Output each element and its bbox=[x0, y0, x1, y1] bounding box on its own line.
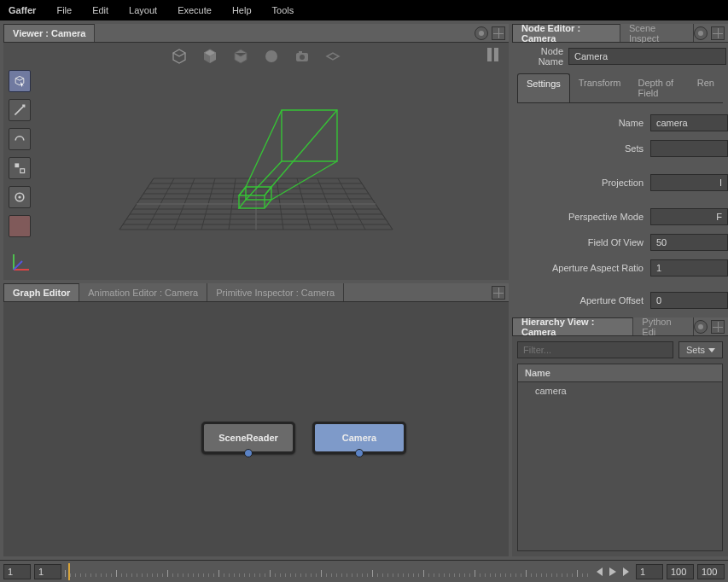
pause-icon[interactable] bbox=[487, 48, 498, 61]
solid-icon[interactable] bbox=[232, 48, 249, 65]
projection-field[interactable] bbox=[650, 174, 728, 191]
hierarchy-filter-input[interactable] bbox=[517, 341, 673, 358]
menu-layout[interactable]: Layout bbox=[129, 5, 157, 15]
graph-editor-tab[interactable]: Graph Editor bbox=[3, 283, 79, 301]
name-field-label: Name bbox=[512, 118, 649, 128]
node-camera[interactable]: Camera bbox=[312, 422, 406, 454]
viewport-3d[interactable] bbox=[3, 43, 509, 280]
aperture-offset-field-label: Aperture Offset bbox=[512, 295, 649, 306]
timeline-playhead[interactable] bbox=[68, 563, 70, 580]
node-output-port[interactable] bbox=[244, 449, 253, 457]
timeline-current-input[interactable] bbox=[636, 564, 663, 579]
perspective-mode-field[interactable] bbox=[650, 208, 728, 225]
timeline-end-input[interactable] bbox=[697, 564, 725, 579]
hierarchy-sets-label: Sets bbox=[686, 345, 705, 355]
node-editor-tab[interactable]: Node Editor : Camera bbox=[512, 24, 620, 42]
crop-tool[interactable] bbox=[9, 215, 31, 237]
svg-rect-4 bbox=[15, 163, 19, 167]
depth-of-field-tab[interactable]: Depth of Field bbox=[629, 73, 688, 102]
svg-rect-5 bbox=[20, 169, 25, 173]
timeline-end-range-input[interactable] bbox=[667, 564, 694, 579]
camera-tool[interactable] bbox=[9, 186, 31, 208]
select-tool[interactable] bbox=[9, 70, 31, 92]
hierarchy-header-name[interactable]: Name bbox=[518, 364, 722, 382]
scene-inspector-tab[interactable]: Scene Inspect bbox=[620, 24, 694, 42]
timeline bbox=[0, 560, 728, 582]
python-editor-tab[interactable]: Python Edi bbox=[633, 317, 694, 335]
shaded-icon[interactable] bbox=[201, 48, 218, 65]
svg-point-7 bbox=[18, 195, 20, 198]
translate-tool[interactable] bbox=[9, 99, 31, 121]
sets-field-label: Sets bbox=[512, 143, 649, 154]
node-name-input[interactable] bbox=[568, 48, 726, 65]
hierarchy-panel: Hierarchy View : Camera Python Edi Sets bbox=[512, 317, 728, 556]
play-icon[interactable] bbox=[607, 566, 619, 578]
hierarchy-row-camera[interactable]: camera bbox=[518, 382, 722, 399]
node-output-port[interactable] bbox=[355, 449, 364, 457]
menu-edit[interactable]: Edit bbox=[92, 5, 108, 15]
menu-help[interactable]: Help bbox=[232, 5, 252, 15]
node-scene-reader-label: SceneReader bbox=[218, 433, 278, 443]
wireframe-icon[interactable] bbox=[171, 48, 188, 65]
node-editor-pin-icon[interactable] bbox=[694, 26, 708, 40]
node-name-label: Node Name bbox=[514, 46, 563, 67]
graph-canvas[interactable]: SceneReader Camera bbox=[3, 302, 509, 556]
texture-icon[interactable] bbox=[263, 48, 280, 65]
settings-tab[interactable]: Settings bbox=[517, 73, 570, 102]
timeline-start-input[interactable] bbox=[3, 564, 31, 579]
svg-point-2 bbox=[300, 55, 305, 60]
graph-layout-icon[interactable] bbox=[492, 286, 505, 300]
node-editor-layout-icon[interactable] bbox=[711, 26, 725, 40]
perspective-mode-field-label: Perspective Mode bbox=[512, 212, 649, 222]
transform-tab[interactable]: Transform bbox=[570, 73, 630, 102]
fov-field[interactable] bbox=[650, 234, 728, 251]
menu-tools[interactable]: Tools bbox=[272, 5, 294, 15]
node-scene-reader[interactable]: SceneReader bbox=[201, 422, 295, 454]
aperture-ar-field-label: Aperture Aspect Ratio bbox=[512, 263, 649, 273]
sets-field[interactable] bbox=[650, 140, 728, 157]
hierarchy-pin-icon[interactable] bbox=[694, 320, 708, 334]
hierarchy-layout-icon[interactable] bbox=[711, 320, 725, 334]
svg-point-0 bbox=[265, 50, 277, 62]
aperture-ar-field[interactable] bbox=[650, 259, 728, 276]
aperture-offset-field[interactable] bbox=[650, 292, 728, 309]
skip-end-icon[interactable] bbox=[620, 566, 632, 578]
animation-editor-tab[interactable]: Animation Editor : Camera bbox=[79, 283, 207, 301]
scale-tool[interactable] bbox=[9, 157, 31, 179]
menu-execute[interactable]: Execute bbox=[178, 5, 212, 15]
menu-bar: Gaffer File Edit Layout Execute Help Too… bbox=[0, 0, 728, 20]
viewer-pin-icon[interactable] bbox=[475, 26, 488, 40]
node-editor-panel: Node Editor : Camera Scene Inspect Node … bbox=[512, 24, 728, 314]
hierarchy-tab[interactable]: Hierarchy View : Camera bbox=[512, 317, 633, 335]
menu-file[interactable]: File bbox=[56, 5, 72, 15]
graph-editor-panel: Graph Editor Animation Editor : Camera P… bbox=[3, 283, 509, 556]
viewer-display-toolbar bbox=[171, 48, 341, 65]
skip-start-icon[interactable] bbox=[593, 566, 605, 578]
chevron-down-icon bbox=[708, 348, 715, 352]
camera-icon[interactable] bbox=[294, 48, 311, 65]
timeline-track[interactable] bbox=[65, 563, 590, 580]
fov-field-label: Field Of View bbox=[512, 237, 649, 247]
viewer-tab[interactable]: Viewer : Camera bbox=[3, 24, 95, 42]
viewer-tool-column bbox=[9, 70, 31, 237]
node-camera-label: Camera bbox=[342, 433, 376, 443]
render-tab[interactable]: Ren bbox=[689, 73, 723, 102]
expand-icon[interactable] bbox=[324, 48, 341, 65]
svg-line-10 bbox=[14, 261, 22, 270]
viewer-panel: Viewer : Camera bbox=[3, 24, 509, 280]
rotate-tool[interactable] bbox=[9, 128, 31, 150]
svg-rect-3 bbox=[299, 51, 302, 54]
viewer-layout-icon[interactable] bbox=[492, 26, 505, 40]
primitive-inspector-tab[interactable]: Primitive Inspector : Camera bbox=[207, 283, 344, 301]
hierarchy-sets-dropdown[interactable]: Sets bbox=[678, 341, 723, 358]
axis-gizmo-icon bbox=[10, 249, 34, 273]
name-field[interactable] bbox=[650, 114, 728, 131]
timeline-start-range-input[interactable] bbox=[34, 564, 61, 579]
projection-field-label: Projection bbox=[512, 178, 649, 188]
app-title: Gaffer bbox=[9, 5, 36, 15]
